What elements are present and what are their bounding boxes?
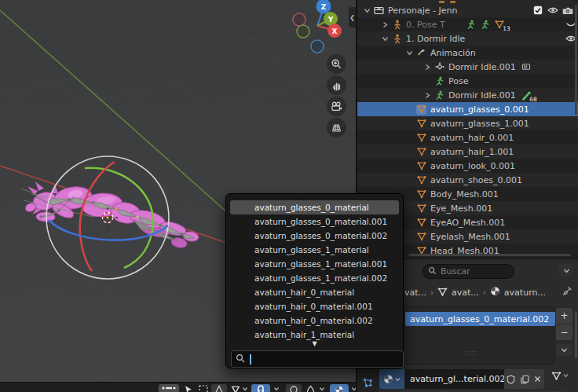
mesh-icon — [416, 119, 426, 129]
cone-icon[interactable] — [211, 384, 227, 392]
outliner-row[interactable]: avaturn_shoes_0.001 — [357, 173, 578, 187]
object-relations-tab-icon[interactable] — [362, 377, 374, 391]
expander-spacer — [405, 204, 413, 212]
dropdown-item[interactable]: avaturn_glasses_0_material.002 — [226, 229, 403, 243]
unlink-material-button[interactable] — [531, 369, 544, 389]
fake-user-shield-button[interactable] — [504, 369, 518, 389]
outliner-row[interactable]: avaturn_glasses_0.001 — [357, 102, 578, 116]
material-slot-selected[interactable]: avaturn_glasses_0_material.002 — [405, 312, 555, 326]
outliner-row[interactable]: avaturn_look_0.001 — [357, 159, 578, 173]
properties-scrollbar[interactable] — [575, 311, 577, 358]
expander-closed-icon[interactable] — [381, 20, 389, 28]
outliner-row[interactable]: Dormir Idle.001 — [357, 60, 578, 74]
orthographic-grid-button[interactable] — [327, 118, 346, 137]
snap-options-chevron-icon[interactable] — [273, 384, 280, 392]
stash-icon — [521, 62, 532, 72]
nav-gizmo[interactable]: Z Y X — [283, 0, 353, 55]
browse-material-button[interactable] — [379, 369, 404, 389]
mesh-select-chevron-icon[interactable] — [241, 384, 248, 392]
material-slot-list[interactable]: avaturn_glasses_0_material.002 ········ — [403, 306, 554, 365]
proportional-editing-icon[interactable] — [286, 384, 302, 392]
mesh-link-dropdown[interactable] — [551, 371, 569, 380]
search-icon — [428, 266, 437, 277]
breadcrumb-separator: › — [430, 288, 434, 297]
row-extra-icons: 13 — [466, 20, 505, 30]
dropdown-item[interactable]: avaturn_hair_0_material — [226, 285, 403, 299]
eye-open-icon[interactable] — [547, 5, 558, 16]
mesh-select-mode-icon[interactable] — [230, 384, 240, 392]
filter-dropdown-button[interactable] — [559, 264, 573, 277]
outliner-row[interactable]: Dormir Idle.00168 — [357, 88, 578, 102]
dropdown-item[interactable]: avaturn_glasses_1_material.001 — [226, 257, 403, 271]
expander-open-icon[interactable] — [405, 49, 413, 57]
outliner-row[interactable]: 1. Dormir Idle — [357, 31, 578, 46]
action-icon — [434, 62, 444, 72]
add-slot-button[interactable]: + — [556, 308, 573, 324]
camera-view-button[interactable] — [327, 97, 346, 116]
zoom-button[interactable] — [327, 54, 346, 74]
outliner-row[interactable]: Personaje - Jenn — [357, 3, 578, 17]
axis-neg-x-ball[interactable] — [293, 13, 305, 26]
dropdown-item[interactable]: avaturn_glasses_0_material — [230, 200, 399, 214]
box-select-icon[interactable] — [197, 384, 210, 392]
outliner-row[interactable]: avaturn_hair_0.001 — [357, 130, 578, 145]
preview-options-chevron-icon[interactable] — [350, 384, 356, 392]
dropdown-item[interactable]: avaturn_glasses_1_material.002 — [226, 271, 403, 285]
camera-icon[interactable] — [562, 5, 573, 16]
properties-search-field[interactable]: Buscar — [423, 264, 514, 279]
new-material-copy-button[interactable] — [518, 369, 531, 389]
expander-closed-icon[interactable] — [423, 63, 431, 71]
dropdown-item[interactable]: avaturn_hair_0_material.002 — [226, 313, 403, 328]
more-items-indicator[interactable]: ▼ — [226, 340, 403, 347]
breadcrumb-object[interactable]: vat... — [404, 288, 426, 298]
expander-spacer — [405, 148, 413, 156]
outliner-row-label: Eye_Mesh.001 — [430, 203, 492, 214]
outliner-row-label: Personaje - Jenn — [388, 5, 457, 16]
outliner-row[interactable]: Animación — [357, 46, 578, 60]
falloff-icon[interactable] — [305, 384, 315, 392]
outliner-vertical-scrollbar[interactable] — [575, 5, 577, 115]
axis-neg-y-ball[interactable] — [297, 25, 309, 38]
slot-specials-button[interactable] — [556, 344, 573, 356]
material-datablock-row: avaturn_gl...terial.002 — [379, 369, 544, 389]
outliner-row[interactable]: 0. Pose T13 — [357, 17, 578, 31]
breadcrumb-material[interactable]: avaturn... — [504, 288, 546, 298]
keying-icon[interactable] — [159, 384, 179, 392]
checkbox-icon[interactable] — [532, 5, 543, 16]
outliner-row[interactable]: Pose — [357, 74, 578, 88]
material-preview-icon[interactable] — [330, 384, 349, 392]
axis-neg-z-ball[interactable] — [311, 40, 324, 53]
expander-open-icon[interactable] — [381, 35, 389, 42]
dropdown-item[interactable]: avaturn_hair_0_material.001 — [226, 299, 403, 313]
snap-magnet-icon[interactable] — [251, 384, 270, 392]
outliner-row-label: avaturn_shoes_0.001 — [430, 175, 522, 185]
pan-hand-button[interactable] — [327, 75, 346, 95]
falloff-options-chevron-icon[interactable] — [318, 384, 325, 392]
list-resize-grip[interactable]: ········ — [465, 351, 477, 357]
mesh-icon — [416, 104, 426, 115]
dropdown-search-field[interactable] — [231, 350, 404, 368]
material-sphere-icon — [490, 286, 500, 299]
pin-icon[interactable] — [561, 284, 573, 297]
mesh-data-icon — [437, 287, 448, 299]
expander-spacer — [405, 218, 413, 226]
outliner-row-label: avaturn_glasses_1.001 — [430, 119, 529, 129]
remove-slot-button[interactable]: − — [556, 324, 573, 340]
expander-closed-icon[interactable] — [423, 91, 431, 99]
mesh-icon — [416, 161, 426, 171]
sidebar-collapse-tab[interactable]: ❮ — [349, 7, 356, 27]
blender-window: Z Y X ❮ — [0, 0, 578, 392]
outliner-row-label: Dormir Idle.001 — [448, 62, 516, 72]
outliner-horizontal-scrollbar[interactable] — [408, 254, 571, 256]
dropdown-item-list: avaturn_glasses_0_materialavaturn_glasse… — [226, 200, 403, 342]
pose-icon — [434, 76, 444, 86]
cursor-icon[interactable] — [183, 384, 194, 392]
outliner-row-label: Animación — [430, 48, 476, 58]
outliner-row[interactable]: avaturn_hair_1.001 — [357, 145, 578, 159]
outliner-row[interactable]: avaturn_glasses_1.001 — [357, 116, 578, 130]
breadcrumb-mesh[interactable]: avat... — [452, 288, 479, 298]
expander-open-icon[interactable] — [363, 6, 371, 14]
material-name-field[interactable]: avaturn_gl...terial.002 — [404, 369, 504, 389]
dropdown-item[interactable]: avaturn_glasses_0_material.001 — [226, 214, 403, 229]
dropdown-item[interactable]: avaturn_glasses_1_material — [226, 243, 403, 257]
